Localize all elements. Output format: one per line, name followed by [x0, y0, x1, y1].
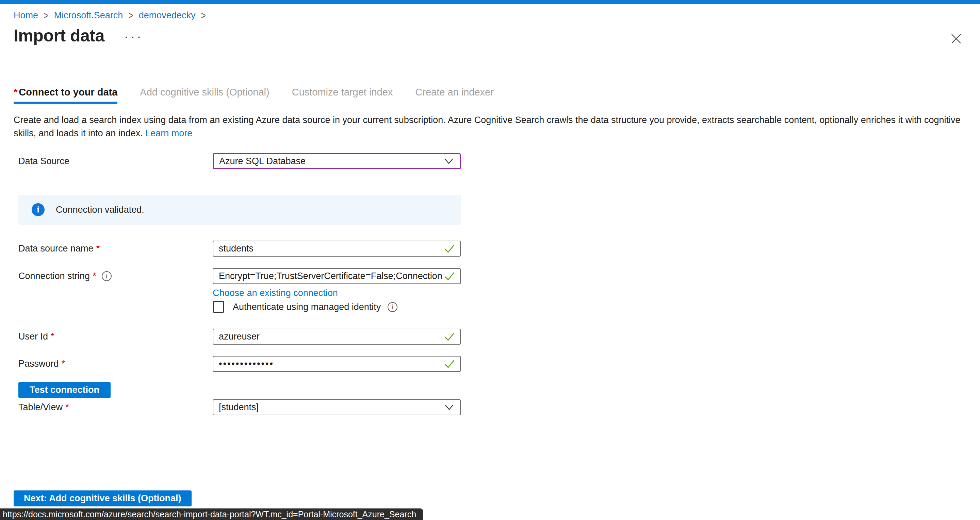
status-url-tooltip: https://docs.microsoft.com/azure/search/…: [0, 509, 423, 520]
info-icon[interactable]: i: [388, 302, 398, 312]
choose-existing-row: Choose an existing connection: [18, 288, 461, 298]
chevron-down-icon: [444, 404, 454, 411]
test-connection-button[interactable]: Test connection: [18, 382, 111, 398]
next-button[interactable]: Next: Add cognitive skills (Optional): [14, 490, 192, 506]
intro-description: Create and load a search index using dat…: [14, 114, 966, 140]
required-marker: *: [62, 358, 65, 369]
table-view-label: Table/View*: [18, 402, 213, 412]
connection-string-label: Connection string* i: [18, 271, 213, 281]
test-connection-row: Test connection: [18, 382, 461, 398]
user-id-input[interactable]: [219, 331, 441, 342]
connection-string-field: [213, 268, 461, 284]
connection-string-input[interactable]: [219, 271, 443, 281]
data-source-name-input[interactable]: [219, 243, 441, 254]
password-label: Password*: [18, 358, 213, 369]
data-source-name-row: Data source name*: [18, 241, 461, 257]
required-marker: *: [65, 402, 69, 412]
tab-label: Add cognitive skills (Optional): [140, 87, 269, 98]
info-icon[interactable]: i: [102, 271, 111, 281]
table-view-value: [students]: [219, 402, 259, 412]
connection-string-row: Connection string* i: [18, 268, 461, 284]
required-marker: *: [51, 331, 54, 342]
connect-form: Data Source Azure SQL Database i Connect…: [18, 153, 461, 415]
more-menu-icon[interactable]: ···: [124, 31, 143, 40]
tab-label: Customize target index: [292, 87, 393, 98]
data-source-row: Data Source Azure SQL Database: [18, 153, 461, 169]
password-row: Password*: [18, 356, 461, 372]
data-source-value: Azure SQL Database: [219, 156, 305, 166]
tab-label: Create an indexer: [415, 87, 494, 98]
data-source-label: Data Source: [18, 156, 213, 166]
required-marker: *: [96, 243, 100, 254]
chevron-right-icon: >: [43, 9, 49, 21]
tab-customize-target-index[interactable]: Customize target index: [292, 87, 393, 104]
footer: Next: Add cognitive skills (Optional): [14, 490, 192, 506]
chevron-down-icon: [444, 158, 453, 165]
table-view-dropdown[interactable]: [students]: [213, 400, 461, 415]
data-source-dropdown[interactable]: Azure SQL Database: [213, 153, 461, 169]
banner-text: Connection validated.: [56, 205, 144, 215]
connection-validated-banner: i Connection validated.: [18, 195, 461, 225]
close-icon: [950, 33, 962, 44]
valid-check-icon: [444, 359, 455, 369]
status-url-text: https://docs.microsoft.com/azure/search/…: [3, 509, 416, 519]
breadcrumb: Home > Microsoft.Search > demovedecky >: [14, 10, 211, 21]
data-source-name-label: Data source name*: [18, 243, 213, 254]
user-id-label: User Id*: [18, 331, 213, 342]
managed-identity-row: Authenticate using managed identity i: [18, 301, 461, 313]
password-input[interactable]: [219, 358, 441, 369]
choose-existing-connection-link[interactable]: Choose an existing connection: [213, 288, 338, 298]
breadcrumb-demovedecky[interactable]: demovedecky: [139, 10, 196, 21]
data-source-name-field: [213, 241, 461, 257]
wizard-tabs: *Connect to your data Add cognitive skil…: [14, 87, 516, 104]
info-icon: i: [32, 203, 45, 216]
managed-identity-checkbox[interactable]: [213, 301, 224, 313]
breadcrumb-home[interactable]: Home: [14, 10, 38, 21]
learn-more-link[interactable]: Learn more: [145, 128, 192, 138]
password-field: [213, 356, 461, 372]
required-marker: *: [14, 87, 18, 98]
top-accent-bar: [0, 0, 980, 4]
user-id-field: [213, 329, 461, 345]
valid-check-icon: [444, 271, 455, 281]
tab-label: Connect to your data: [19, 87, 118, 98]
title-row: Import data ···: [14, 26, 143, 46]
valid-check-icon: [444, 244, 455, 254]
page-title: Import data: [14, 26, 105, 46]
chevron-right-icon: >: [201, 9, 206, 21]
valid-check-icon: [444, 332, 455, 342]
close-button[interactable]: [949, 31, 964, 46]
tab-connect-to-your-data[interactable]: *Connect to your data: [14, 87, 118, 104]
required-marker: *: [92, 271, 96, 281]
breadcrumb-microsoft-search[interactable]: Microsoft.Search: [54, 10, 123, 21]
tab-create-an-indexer[interactable]: Create an indexer: [415, 87, 494, 104]
managed-identity-label: Authenticate using managed identity: [233, 302, 381, 312]
table-view-row: Table/View* [students]: [18, 400, 461, 415]
tab-add-cognitive-skills[interactable]: Add cognitive skills (Optional): [140, 87, 269, 104]
chevron-right-icon: >: [128, 9, 134, 21]
user-id-row: User Id*: [18, 329, 461, 345]
